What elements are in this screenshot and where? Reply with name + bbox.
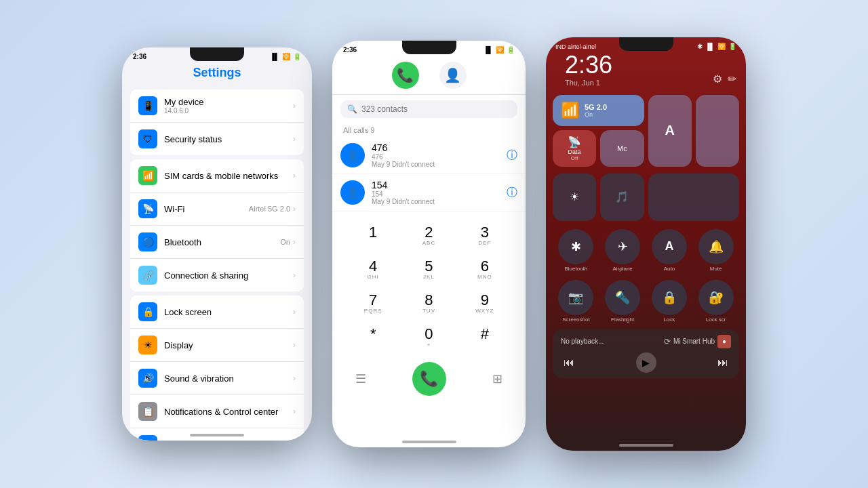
settings-title: Settings <box>122 63 312 85</box>
signal-status-icon: ▐▌ <box>705 43 715 50</box>
cc-media-player: No playback... ⟳ Mi Smart Hub ● ⏮ ▶ ⏭ <box>553 329 739 378</box>
mydevice-icon: 📱 <box>138 96 157 115</box>
home-indicator-2 <box>402 441 456 443</box>
security-icon: 🛡 <box>138 129 157 148</box>
bluetooth-text: Bluetooth <box>164 237 280 247</box>
settings-item-lockscreen[interactable]: 🔒 Lock screen › <box>130 296 304 329</box>
settings-item-mydevice[interactable]: 📱 My device 14.0.6.0 › <box>130 89 304 123</box>
status-icons-1: ▐▌ 🛜 🔋 <box>270 53 301 60</box>
dialpad-bottom: ☰ 📞 ⊞ <box>332 359 526 401</box>
call-number-476: 476 <box>372 142 507 153</box>
contacts-search-input[interactable] <box>361 104 511 114</box>
dial-key-4[interactable]: 4GHI <box>346 253 400 286</box>
dial-key-1[interactable]: 1 <box>346 220 400 252</box>
cc-auto-tile[interactable]: A <box>648 95 692 167</box>
settings-section-personal: 🔒 Lock screen › ☀ Display › 🔊 Sound & vi… <box>130 296 304 441</box>
cc-airplane-label: Airplane <box>612 266 632 272</box>
dial-key-star[interactable]: * <box>346 321 400 354</box>
dial-key-6[interactable]: 6MNO <box>458 253 512 286</box>
notch-1 <box>190 47 244 61</box>
cc-status-icons: ✱ ▐▌ 🛜 🔋 <box>697 43 736 50</box>
cc-lockscreen-btn[interactable]: 🔐 Lock scr <box>698 280 734 323</box>
cc-bluetooth-btn[interactable]: ✱ Bluetooth <box>558 229 593 272</box>
cc-brightness-tile[interactable]: ☀ <box>553 174 596 221</box>
dial-key-7[interactable]: 7PQRS <box>346 287 400 320</box>
contacts-search-bar[interactable]: 🔍 <box>340 100 517 118</box>
bluetooth-label: Bluetooth <box>164 237 280 247</box>
sim-text: SIM cards & mobile networks <box>164 171 293 181</box>
dialpad-grid-icon[interactable]: ⊞ <box>485 367 509 391</box>
cc-mute-btn[interactable]: 🔔 Mute <box>698 229 734 272</box>
security-chevron: › <box>293 134 296 144</box>
cc-media-hub: Mi Smart Hub <box>673 338 715 345</box>
bluetooth-chevron: › <box>293 237 296 247</box>
display-text: Display <box>164 340 293 350</box>
dial-key-9[interactable]: 9WXYZ <box>458 287 512 320</box>
cc-media-play[interactable]: ▶ <box>636 352 656 373</box>
settings-item-security[interactable]: 🛡 Security status › <box>130 123 304 155</box>
dial-key-3[interactable]: 3DEF <box>458 220 512 252</box>
notch-3 <box>619 37 673 51</box>
cc-grid: 📶 5G 2.0 On A 📡 Data Off Mc <box>546 92 746 169</box>
cc-screenshot-btn[interactable]: 📷 Screenshot <box>558 280 593 323</box>
cc-empty-tile[interactable] <box>696 95 739 167</box>
call-info-476: 476 476 May 9 Didn't connect <box>372 142 507 168</box>
phone-dialer: 2:36 ▐▌ 🛜 🔋 📞 👤 🔍 All calls 9 👤 476 476 … <box>332 41 526 447</box>
settings-item-connection[interactable]: 🔗 Connection & sharing › <box>130 259 304 291</box>
calls-label: All calls 9 <box>332 123 526 137</box>
cc-lock-label: Lock <box>663 317 675 323</box>
call-number-154: 154 <box>372 180 507 190</box>
cc-round-row: ✱ Bluetooth ✈ Airplane A Auto 🔔 Mute <box>546 226 746 274</box>
connection-text: Connection & sharing <box>164 270 293 281</box>
settings-item-sound[interactable]: 🔊 Sound & vibration › <box>130 362 304 395</box>
cc-lock-btn[interactable]: 🔒 Lock <box>652 280 687 323</box>
cc-autorotate-btn[interactable]: A Auto <box>652 229 687 272</box>
cc-time: 2:36 <box>555 52 622 79</box>
cc-airplane-btn[interactable]: ✈ Airplane <box>605 229 640 272</box>
call-avatar-476: 👤 <box>340 143 365 167</box>
call-item-476[interactable]: 👤 476 476 May 9 Didn't connect ⓘ <box>332 137 526 174</box>
call-button[interactable]: 📞 <box>412 362 446 396</box>
cc-carrier: IND airtel-airtel <box>555 43 596 50</box>
dial-key-0[interactable]: 0+ <box>401 321 456 354</box>
cc-data-tile[interactable]: 📡 Data Off <box>553 130 596 167</box>
cc-edit-icon[interactable]: ✏ <box>728 73 736 85</box>
signal-icon: ▐▌ <box>270 53 279 60</box>
dial-key-hash[interactable]: # <box>458 321 512 354</box>
search-icon: 🔍 <box>347 104 357 114</box>
call-info-btn-476[interactable]: ⓘ <box>507 148 517 163</box>
cc-flashlight-btn[interactable]: 🔦 Flashlight <box>605 280 640 323</box>
cc-music-tile[interactable]: 🎵 <box>600 174 644 221</box>
cc-media-next[interactable]: ⏭ <box>717 357 728 369</box>
dial-key-5[interactable]: 5JKL <box>401 253 456 286</box>
settings-item-sim[interactable]: 📶 SIM cards & mobile networks › <box>130 159 304 192</box>
cc-settings-icon[interactable]: ⚙ <box>713 73 722 85</box>
sound-text: Sound & vibration <box>164 373 293 384</box>
settings-item-display[interactable]: ☀ Display › <box>130 329 304 362</box>
dialpad-menu-icon[interactable]: ☰ <box>349 367 373 391</box>
settings-item-notifications[interactable]: 📋 Notifications & Control center › <box>130 395 304 428</box>
cc-mc-tile[interactable]: Mc <box>600 130 644 167</box>
dial-key-8[interactable]: 8TUV <box>401 287 456 320</box>
status-time-1: 2:36 <box>133 53 146 60</box>
cc-volume-tile[interactable] <box>648 174 740 221</box>
settings-item-wifi[interactable]: 📡 Wi-Fi Airtel 5G 2.0 › <box>130 192 304 226</box>
settings-item-bluetooth[interactable]: 🔵 Bluetooth On › <box>130 226 304 259</box>
dialer-call-tab[interactable]: 📞 <box>392 62 419 89</box>
wifi-settings-icon: 📡 <box>138 199 157 218</box>
lockscreen-chevron: › <box>293 307 296 317</box>
notifications-label: Notifications & Control center <box>164 407 293 417</box>
call-item-154[interactable]: 👤 154 154 May 9 Didn't connect ⓘ <box>332 174 526 211</box>
connection-chevron: › <box>293 270 296 280</box>
cc-media-prev[interactable]: ⏮ <box>564 357 574 369</box>
call-info-btn-154[interactable]: ⓘ <box>507 186 517 200</box>
lockscreen-label: Lock screen <box>164 307 293 317</box>
cc-wifi-tile[interactable]: 📶 5G 2.0 On <box>553 95 644 126</box>
lockscreen-text: Lock screen <box>164 307 293 317</box>
settings-section-1: 📱 My device 14.0.6.0 › 🛡 Security status… <box>130 89 304 155</box>
brightness-icon: ☀ <box>570 190 579 203</box>
dialer-contacts-tab[interactable]: 👤 <box>439 62 467 89</box>
cc-autorotate-label: Auto <box>664 266 675 272</box>
wifi-status-icon: 🛜 <box>717 43 726 50</box>
dial-key-2[interactable]: 2ABC <box>401 220 456 252</box>
